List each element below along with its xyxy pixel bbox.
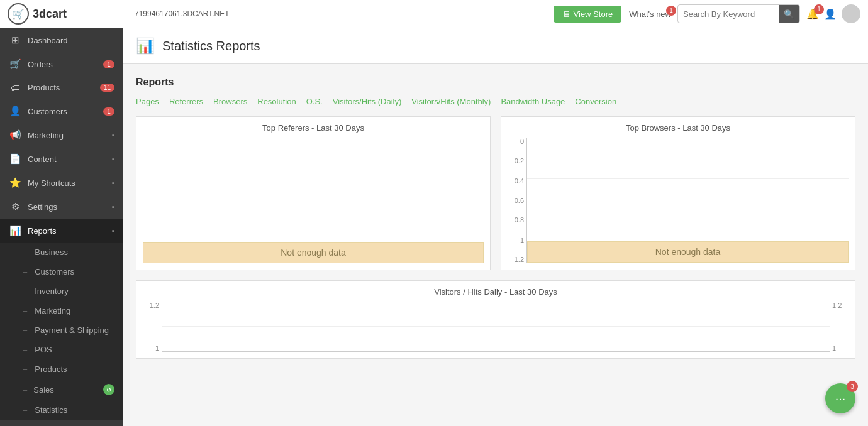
sidebar-item-reports[interactable]: 📊 Reports ▪ bbox=[0, 219, 123, 243]
logo-icon: 🛒 bbox=[8, 3, 29, 25]
dash-icon: – bbox=[23, 364, 27, 374]
sidebar-bottom-bar: ? ★ $ bbox=[0, 420, 123, 426]
grid-line-1-2 bbox=[527, 158, 849, 158]
sidebar-sub-sales[interactable]: – Sales ↺ bbox=[0, 379, 123, 400]
sidebar-sub-business[interactable]: – Business bbox=[0, 243, 123, 262]
sidebar-label-reports: Reports bbox=[28, 226, 106, 236]
grid-line-1 bbox=[527, 178, 849, 179]
tab-visitors-monthly[interactable]: Visitors/Hits (Monthly) bbox=[411, 97, 491, 106]
tab-visitors-daily[interactable]: Visitors/Hits (Daily) bbox=[333, 97, 402, 106]
orders-badge: 1 bbox=[103, 60, 114, 68]
topbar: 🛒 3dcart 71994617061.3DCART.NET 🖥 View S… bbox=[0, 0, 868, 28]
tab-pages[interactable]: Pages bbox=[136, 97, 159, 106]
reports-expand-icon: ▪ bbox=[112, 227, 114, 234]
tab-os[interactable]: O.S. bbox=[306, 97, 323, 106]
sidebar-label-products: Products bbox=[28, 83, 94, 92]
float-button[interactable]: ··· 3 bbox=[825, 383, 855, 413]
sidebar-item-content[interactable]: 📄 Content ▪ bbox=[0, 147, 123, 171]
sidebar-label-dashboard: Dashboard bbox=[28, 36, 114, 45]
sidebar-item-orders[interactable]: 🛒 Orders 1 bbox=[0, 52, 123, 76]
chart-visitors-daily-title: Visitors / Hits Daily - Last 30 Days bbox=[143, 287, 849, 297]
avatar[interactable] bbox=[842, 4, 860, 23]
content-expand-icon: ▪ bbox=[112, 155, 114, 163]
tab-conversion[interactable]: Conversion bbox=[575, 97, 616, 106]
whats-new[interactable]: What's new 1 bbox=[629, 9, 671, 19]
y-0-2: 0.2 bbox=[508, 157, 524, 165]
sidebar-item-products[interactable]: 🏷 Products 11 bbox=[0, 76, 123, 99]
sidebar-item-customers[interactable]: 👤 Customers 1 bbox=[0, 99, 123, 123]
search-button[interactable]: 🔍 bbox=[779, 4, 799, 23]
reports-icon: 📊 bbox=[9, 225, 21, 236]
dash-icon: – bbox=[23, 287, 27, 296]
marketing-icon: 📢 bbox=[9, 129, 21, 141]
y-0: 0 bbox=[508, 138, 524, 145]
y-0-6: 0.6 bbox=[508, 197, 524, 204]
float-dots-icon: ··· bbox=[835, 391, 846, 406]
sub-label-pos: POS bbox=[35, 345, 52, 354]
tab-browsers[interactable]: Browsers bbox=[213, 97, 247, 106]
y-1-2: 1.2 bbox=[508, 256, 524, 263]
visitors-chart-inner bbox=[162, 302, 830, 352]
y-1: 1 bbox=[508, 236, 524, 244]
user-icon[interactable]: 👤 bbox=[824, 8, 837, 20]
sidebar-item-my-shortcuts[interactable]: ⭐ My Shortcuts ▪ bbox=[0, 171, 123, 195]
customers-icon: 👤 bbox=[9, 106, 21, 117]
search-input[interactable] bbox=[678, 9, 779, 19]
sidebar-label-settings: Settings bbox=[28, 202, 106, 212]
page-header: 📊 Statistics Reports bbox=[123, 28, 868, 64]
chart-top-browsers: Top Browsers - Last 30 Days 1.2 1 0.8 0.… bbox=[501, 116, 855, 270]
dash-icon: – bbox=[23, 267, 27, 276]
sub-label-sales: Sales bbox=[33, 385, 54, 395]
logo-text: 3dcart bbox=[33, 8, 67, 21]
sidebar-item-marketing[interactable]: 📢 Marketing ▪ bbox=[0, 123, 123, 147]
customers-badge: 1 bbox=[103, 107, 114, 116]
cart-icon: 🛒 bbox=[12, 8, 25, 20]
sidebar-sub-pos[interactable]: – POS bbox=[0, 340, 123, 359]
sub-label-customers: Customers bbox=[35, 267, 74, 276]
sidebar-sub-payment-shipping[interactable]: – Payment & Shipping bbox=[0, 320, 123, 340]
report-tabs: Pages Referrers Browsers Resolution O.S.… bbox=[136, 97, 855, 106]
dash-icon: – bbox=[23, 306, 27, 315]
topbar-right: What's new 1 🔍 🔔 1 👤 bbox=[629, 4, 860, 23]
sidebar-sub-marketing[interactable]: – Marketing bbox=[0, 301, 123, 320]
products-icon: 🏷 bbox=[9, 82, 21, 93]
sidebar-sub-inventory[interactable]: – Inventory bbox=[0, 281, 123, 301]
sub-label-inventory: Inventory bbox=[35, 287, 68, 296]
reports-sub-menu: – Business – Customers – Inventory – Mar… bbox=[0, 243, 123, 420]
sidebar-sub-products[interactable]: – Products bbox=[0, 359, 123, 379]
sidebar-sub-statistics[interactable]: – Statistics bbox=[0, 400, 123, 420]
browsers-no-data: Not enough data bbox=[527, 241, 849, 263]
sales-refresh-icon: ↺ bbox=[103, 384, 114, 395]
sub-label-marketing: Marketing bbox=[35, 306, 70, 315]
sidebar-label-content: Content bbox=[28, 155, 106, 164]
visitors-yaxis-right: 1.2 1 bbox=[830, 302, 849, 352]
sidebar-item-dashboard[interactable]: ⊞ Dashboard bbox=[0, 28, 123, 52]
tab-resolution[interactable]: Resolution bbox=[257, 97, 296, 106]
billing-button[interactable]: $ bbox=[82, 420, 123, 426]
chart-top-browsers-area: 1.2 1 0.8 0.6 0.4 0.2 0 bbox=[508, 138, 849, 263]
sidebar-item-settings[interactable]: ⚙ Settings ▪ bbox=[0, 195, 123, 219]
dashboard-icon: ⊞ bbox=[9, 35, 21, 46]
page-header-icon: 📊 bbox=[136, 37, 155, 55]
page-title: Statistics Reports bbox=[162, 39, 260, 53]
tab-bandwidth[interactable]: Bandwidth Usage bbox=[501, 97, 565, 106]
sidebar-sub-customers[interactable]: – Customers bbox=[0, 262, 123, 281]
sub-label-products: Products bbox=[35, 364, 67, 374]
notification-icon[interactable]: 🔔 1 bbox=[806, 8, 819, 20]
my-shortcuts-icon: ⭐ bbox=[9, 177, 21, 188]
dash-icon: – bbox=[23, 385, 27, 395]
sidebar-label-customers: Customers bbox=[28, 107, 97, 116]
search-box: 🔍 bbox=[677, 4, 800, 23]
view-store-button[interactable]: 🖥 View Store bbox=[554, 6, 622, 23]
tab-referrers[interactable]: Referrers bbox=[169, 97, 203, 106]
help-button[interactable]: ? bbox=[0, 420, 41, 426]
grid-line-0-8 bbox=[527, 200, 849, 200]
dash-icon: – bbox=[23, 248, 27, 257]
shortcuts-button[interactable]: ★ bbox=[41, 420, 82, 426]
chart-top-referers: Top Referers - Last 30 Days Not enough d… bbox=[136, 116, 491, 270]
content-icon: 📄 bbox=[9, 153, 21, 165]
chart-top-browsers-title: Top Browsers - Last 30 Days bbox=[508, 123, 849, 133]
sub-label-payment-shipping: Payment & Shipping bbox=[35, 325, 109, 335]
y-left-bottom: 1 bbox=[143, 344, 159, 352]
sidebar-label-marketing: Marketing bbox=[28, 131, 106, 140]
